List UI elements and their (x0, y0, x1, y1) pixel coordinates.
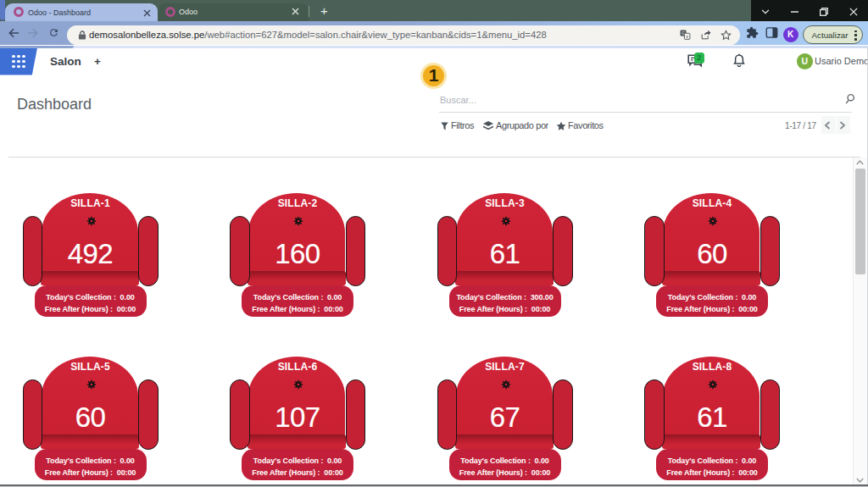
svg-text:x: x (686, 34, 688, 39)
